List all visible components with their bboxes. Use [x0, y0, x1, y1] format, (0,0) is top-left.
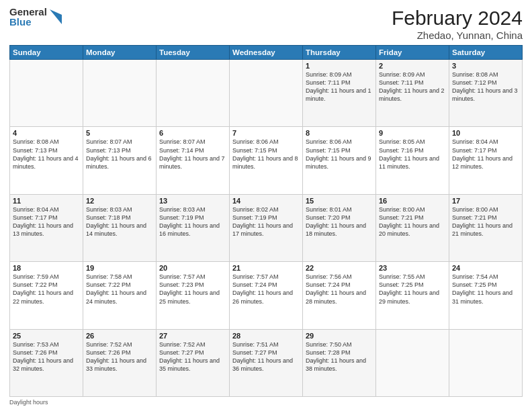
- logo: General Blue: [9, 7, 62, 27]
- day-info: Sunrise: 7:50 AM Sunset: 7:28 PM Dayligh…: [306, 340, 373, 373]
- day-info: Sunrise: 8:03 AM Sunset: 7:19 PM Dayligh…: [159, 205, 226, 238]
- day-number: 6: [159, 129, 226, 137]
- day-number: 14: [232, 197, 300, 205]
- day-number: 23: [379, 264, 446, 272]
- calendar-cell: 27Sunrise: 7:52 AM Sunset: 7:27 PM Dayli…: [157, 329, 230, 396]
- day-number: 22: [306, 264, 373, 272]
- calendar-cell: 1Sunrise: 8:09 AM Sunset: 7:11 PM Daylig…: [303, 60, 376, 127]
- calendar-cell: [157, 60, 230, 127]
- weekday-header-cell: Tuesday: [157, 46, 230, 60]
- logo-blue: Blue: [9, 17, 47, 27]
- calendar-cell: 25Sunrise: 7:53 AM Sunset: 7:26 PM Dayli…: [10, 329, 83, 396]
- calendar-cell: 23Sunrise: 7:55 AM Sunset: 7:25 PM Dayli…: [376, 262, 449, 329]
- day-info: Sunrise: 8:06 AM Sunset: 7:15 PM Dayligh…: [306, 138, 373, 171]
- day-number: 19: [86, 264, 153, 272]
- logo-text: General Blue: [9, 7, 47, 27]
- day-number: 13: [159, 197, 226, 205]
- calendar-cell: 4Sunrise: 8:08 AM Sunset: 7:13 PM Daylig…: [10, 127, 83, 194]
- calendar-cell: 5Sunrise: 8:07 AM Sunset: 7:13 PM Daylig…: [83, 127, 157, 194]
- day-info: Sunrise: 8:00 AM Sunset: 7:21 PM Dayligh…: [379, 205, 446, 238]
- calendar-cell: 10Sunrise: 8:04 AM Sunset: 7:17 PM Dayli…: [449, 127, 523, 194]
- calendar-cell: [376, 329, 449, 396]
- calendar-cell: [83, 60, 157, 127]
- weekday-header-cell: Sunday: [10, 46, 83, 60]
- calendar-cell: 6Sunrise: 8:07 AM Sunset: 7:14 PM Daylig…: [157, 127, 230, 194]
- day-info: Sunrise: 7:57 AM Sunset: 7:24 PM Dayligh…: [232, 273, 300, 306]
- location-title: Zhedao, Yunnan, China: [392, 30, 523, 41]
- day-info: Sunrise: 8:04 AM Sunset: 7:17 PM Dayligh…: [13, 205, 80, 238]
- calendar-cell: 18Sunrise: 7:59 AM Sunset: 7:22 PM Dayli…: [10, 262, 83, 329]
- day-info: Sunrise: 8:05 AM Sunset: 7:16 PM Dayligh…: [379, 138, 446, 171]
- calendar-cell: 7Sunrise: 8:06 AM Sunset: 7:15 PM Daylig…: [230, 127, 303, 194]
- day-number: 2: [379, 62, 446, 70]
- day-number: 28: [232, 332, 300, 340]
- day-info: Sunrise: 8:08 AM Sunset: 7:12 PM Dayligh…: [452, 71, 519, 103]
- day-info: Sunrise: 8:07 AM Sunset: 7:14 PM Dayligh…: [159, 138, 226, 171]
- day-info: Sunrise: 7:59 AM Sunset: 7:22 PM Dayligh…: [13, 273, 80, 306]
- day-number: 27: [159, 332, 226, 340]
- day-info: Sunrise: 8:09 AM Sunset: 7:11 PM Dayligh…: [379, 71, 446, 103]
- day-number: 5: [86, 129, 153, 137]
- day-number: 21: [232, 264, 300, 272]
- logo-icon: [50, 9, 62, 24]
- day-number: 15: [306, 197, 373, 205]
- day-info: Sunrise: 8:01 AM Sunset: 7:20 PM Dayligh…: [306, 205, 373, 238]
- day-info: Sunrise: 7:52 AM Sunset: 7:26 PM Dayligh…: [86, 340, 153, 373]
- calendar-cell: 19Sunrise: 7:58 AM Sunset: 7:22 PM Dayli…: [83, 262, 157, 329]
- calendar-cell: 12Sunrise: 8:03 AM Sunset: 7:18 PM Dayli…: [83, 194, 157, 261]
- day-number: 12: [86, 197, 153, 205]
- calendar-cell: 13Sunrise: 8:03 AM Sunset: 7:19 PM Dayli…: [157, 194, 230, 261]
- weekday-header-cell: Wednesday: [230, 46, 303, 60]
- calendar-cell: [10, 60, 83, 127]
- day-number: 9: [379, 129, 446, 137]
- day-number: 3: [452, 62, 519, 70]
- day-info: Sunrise: 7:53 AM Sunset: 7:26 PM Dayligh…: [13, 340, 80, 373]
- title-block: February 2024 Zhedao, Yunnan, China: [392, 7, 523, 41]
- day-info: Sunrise: 7:58 AM Sunset: 7:22 PM Dayligh…: [86, 273, 153, 306]
- calendar-cell: 8Sunrise: 8:06 AM Sunset: 7:15 PM Daylig…: [303, 127, 376, 194]
- day-info: Sunrise: 7:51 AM Sunset: 7:27 PM Dayligh…: [232, 340, 300, 373]
- calendar-cell: 29Sunrise: 7:50 AM Sunset: 7:28 PM Dayli…: [303, 329, 376, 396]
- day-info: Sunrise: 7:55 AM Sunset: 7:25 PM Dayligh…: [379, 273, 446, 306]
- day-info: Sunrise: 8:06 AM Sunset: 7:15 PM Dayligh…: [232, 138, 300, 171]
- day-info: Sunrise: 7:56 AM Sunset: 7:24 PM Dayligh…: [306, 273, 373, 306]
- footer-note: Daylight hours: [9, 399, 523, 406]
- calendar-cell: 15Sunrise: 8:01 AM Sunset: 7:20 PM Dayli…: [303, 194, 376, 261]
- day-number: 29: [306, 332, 373, 340]
- weekday-header-cell: Thursday: [303, 46, 376, 60]
- calendar-cell: 28Sunrise: 7:51 AM Sunset: 7:27 PM Dayli…: [230, 329, 303, 396]
- page: General Blue February 2024 Zhedao, Yunna…: [0, 0, 532, 411]
- day-number: 10: [452, 129, 519, 137]
- day-number: 4: [13, 129, 80, 137]
- calendar-cell: 24Sunrise: 7:54 AM Sunset: 7:25 PM Dayli…: [449, 262, 523, 329]
- day-number: 26: [86, 332, 153, 340]
- calendar-cell: 3Sunrise: 8:08 AM Sunset: 7:12 PM Daylig…: [449, 60, 523, 127]
- day-number: 8: [306, 129, 373, 137]
- month-title: February 2024: [392, 7, 523, 30]
- calendar-cell: 20Sunrise: 7:57 AM Sunset: 7:23 PM Dayli…: [157, 262, 230, 329]
- weekday-header-cell: Friday: [376, 46, 449, 60]
- logo-general: General: [9, 7, 47, 17]
- day-info: Sunrise: 8:09 AM Sunset: 7:11 PM Dayligh…: [306, 71, 373, 103]
- calendar-cell: 17Sunrise: 8:00 AM Sunset: 7:21 PM Dayli…: [449, 194, 523, 261]
- day-number: 1: [306, 62, 373, 70]
- calendar-cell: [230, 60, 303, 127]
- day-number: 24: [452, 264, 519, 272]
- calendar-cell: 22Sunrise: 7:56 AM Sunset: 7:24 PM Dayli…: [303, 262, 376, 329]
- calendar-table: SundayMondayTuesdayWednesdayThursdayFrid…: [9, 45, 523, 397]
- day-number: 11: [13, 197, 80, 205]
- day-info: Sunrise: 8:07 AM Sunset: 7:13 PM Dayligh…: [86, 138, 153, 171]
- day-info: Sunrise: 7:57 AM Sunset: 7:23 PM Dayligh…: [159, 273, 226, 306]
- calendar-cell: [449, 329, 523, 396]
- day-info: Sunrise: 8:04 AM Sunset: 7:17 PM Dayligh…: [452, 138, 519, 171]
- weekday-header-cell: Saturday: [449, 46, 523, 60]
- day-info: Sunrise: 8:03 AM Sunset: 7:18 PM Dayligh…: [86, 205, 153, 238]
- header: General Blue February 2024 Zhedao, Yunna…: [9, 7, 523, 41]
- day-info: Sunrise: 8:00 AM Sunset: 7:21 PM Dayligh…: [452, 205, 519, 238]
- calendar-cell: 26Sunrise: 7:52 AM Sunset: 7:26 PM Dayli…: [83, 329, 157, 396]
- calendar-cell: 14Sunrise: 8:02 AM Sunset: 7:19 PM Dayli…: [230, 194, 303, 261]
- day-number: 20: [159, 264, 226, 272]
- svg-marker-0: [50, 9, 62, 24]
- calendar-cell: 2Sunrise: 8:09 AM Sunset: 7:11 PM Daylig…: [376, 60, 449, 127]
- day-number: 18: [13, 264, 80, 272]
